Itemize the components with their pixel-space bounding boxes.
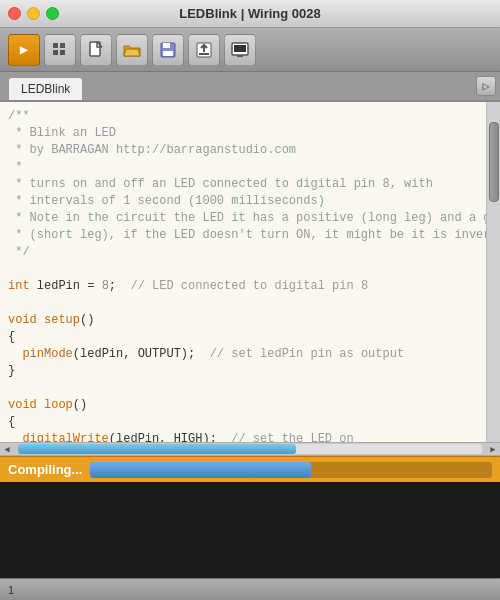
code-line: digitalWrite(ledPin, HIGH); // set the L… <box>8 431 478 442</box>
grid-icon <box>52 42 68 58</box>
code-line: * (short leg), if the LED doesn't turn O… <box>8 227 478 244</box>
compile-status-text: Compiling... <box>8 462 82 477</box>
code-editor[interactable]: /** * Blink an LED * by BARRAGAN http://… <box>0 102 486 442</box>
upload-icon <box>196 42 212 58</box>
svg-rect-3 <box>60 50 65 55</box>
maximize-button[interactable] <box>46 7 59 20</box>
status-bar: 1 <box>0 578 500 600</box>
svg-rect-0 <box>53 43 58 48</box>
editor-area[interactable]: /** * Blink an LED * by BARRAGAN http://… <box>0 102 500 442</box>
code-line: void loop() <box>8 397 478 414</box>
code-line: } <box>8 363 478 380</box>
save-icon <box>160 42 176 58</box>
svg-rect-7 <box>163 51 173 56</box>
new-button[interactable] <box>80 34 112 66</box>
open-button[interactable] <box>116 34 148 66</box>
tab-bar: LEDBlink ▷ <box>0 72 500 102</box>
main-content: LEDBlink ▷ /** * Blink an LED * by BARRA… <box>0 72 500 600</box>
svg-rect-1 <box>60 43 65 48</box>
svg-rect-11 <box>234 45 246 52</box>
minimize-button[interactable] <box>27 7 40 20</box>
run-button[interactable]: ▶ <box>8 34 40 66</box>
code-line: * Blink an LED <box>8 125 478 142</box>
grid-button[interactable] <box>44 34 76 66</box>
compile-progress-bar <box>90 462 492 478</box>
close-button[interactable] <box>8 7 21 20</box>
vertical-scrollbar[interactable] <box>486 102 500 442</box>
scroll-left-button[interactable]: ◀ <box>0 442 14 456</box>
save-button[interactable] <box>152 34 184 66</box>
code-line: /** <box>8 108 478 125</box>
toolbar: ▶ <box>0 28 500 72</box>
hscroll-thumb[interactable] <box>18 444 296 454</box>
code-line: { <box>8 329 478 346</box>
upload-button[interactable] <box>188 34 220 66</box>
code-line: * Note in the circuit the LED it has a p… <box>8 210 478 227</box>
scrollbar-thumb[interactable] <box>489 122 499 202</box>
svg-rect-9 <box>199 53 209 55</box>
hscroll-track[interactable] <box>18 444 482 454</box>
code-line: void setup() <box>8 312 478 329</box>
svg-rect-12 <box>237 55 243 57</box>
code-line: * <box>8 159 478 176</box>
title-bar: LEDBlink | Wiring 0028 <box>0 0 500 28</box>
code-line <box>8 261 478 278</box>
tab-arrow[interactable]: ▷ <box>476 76 496 96</box>
new-file-icon <box>88 41 104 59</box>
traffic-lights <box>8 7 59 20</box>
compile-bar: Compiling... <box>0 456 500 482</box>
code-line <box>8 380 478 397</box>
monitor-icon <box>231 42 249 58</box>
code-line: */ <box>8 244 478 261</box>
tab-ledblink[interactable]: LEDBlink <box>8 77 83 100</box>
horizontal-scrollbar[interactable]: ◀ ▶ <box>0 442 500 456</box>
status-line-number: 1 <box>8 584 14 596</box>
console-output <box>0 482 500 578</box>
scroll-right-button[interactable]: ▶ <box>486 442 500 456</box>
monitor-button[interactable] <box>224 34 256 66</box>
svg-rect-2 <box>53 50 58 55</box>
code-line <box>8 295 478 312</box>
code-line: pinMode(ledPin, OUTPUT); // set ledPin p… <box>8 346 478 363</box>
open-icon <box>123 42 141 58</box>
code-line: * intervals of 1 second (1000 millisecon… <box>8 193 478 210</box>
code-line: * turns on and off an LED connected to d… <box>8 176 478 193</box>
code-line: * by BARRAGAN http://barraganstudio.com <box>8 142 478 159</box>
compile-progress-fill <box>90 462 311 478</box>
code-line: { <box>8 414 478 431</box>
svg-rect-6 <box>163 43 170 48</box>
window-title: LEDBlink | Wiring 0028 <box>179 6 321 21</box>
code-line: int ledPin = 8; // LED connected to digi… <box>8 278 478 295</box>
